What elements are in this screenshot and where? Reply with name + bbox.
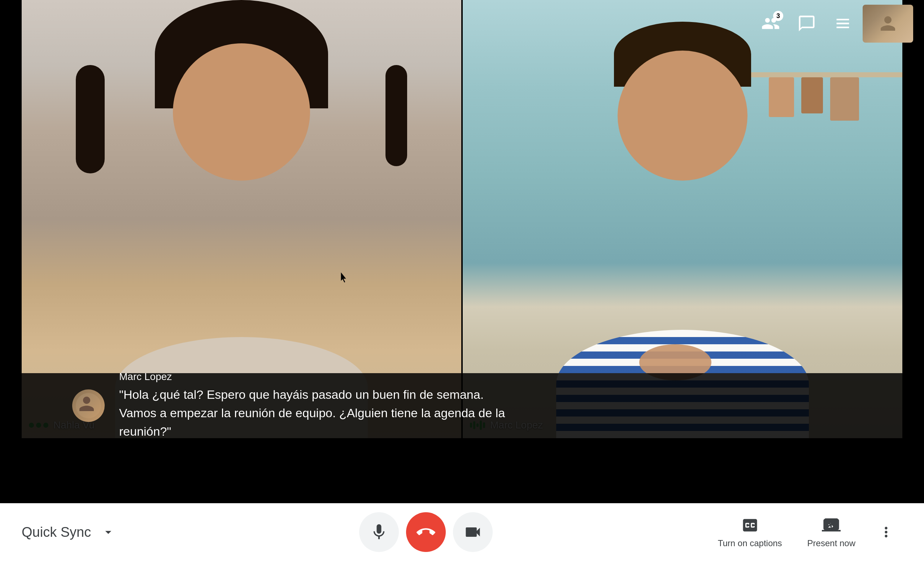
right-controls: Turn on captions Present now	[686, 510, 902, 554]
participants-button[interactable]: 3	[754, 7, 787, 40]
caption-text-block: Marc Lopez "Hola ¿qué tal? Espero que ha…	[119, 371, 505, 441]
self-view-inner	[862, 5, 913, 43]
camera-button[interactable]	[453, 512, 493, 552]
caption-area: Marc Lopez "Hola ¿qué tal? Espero que ha…	[0, 373, 924, 438]
caption-avatar-icon	[76, 393, 98, 415]
captions-icon	[741, 516, 759, 535]
self-view	[862, 5, 913, 43]
meeting-title: Quick Sync	[22, 525, 91, 540]
cursor-icon	[339, 272, 350, 283]
top-bar: 3	[744, 0, 924, 47]
expand-icon	[101, 525, 116, 539]
end-call-button[interactable]	[406, 512, 446, 552]
more-options-button[interactable]	[870, 516, 902, 548]
caption-avatar-inner	[76, 393, 101, 418]
caption-text: "Hola ¿qué tal? Espero que hayáis pasado…	[119, 385, 505, 441]
present-label: Present now	[807, 538, 855, 548]
meeting-title-area: Quick Sync	[22, 522, 166, 542]
chat-icon	[797, 14, 816, 33]
more-options-icon	[878, 524, 894, 540]
captions-label: Turn on captions	[718, 538, 782, 548]
center-controls	[359, 512, 493, 552]
camera-icon	[464, 523, 482, 541]
activities-button[interactable]	[826, 7, 859, 40]
caption-speaker: Marc Lopez	[119, 371, 505, 382]
mic-button[interactable]	[359, 512, 399, 552]
participant-count: 3	[773, 11, 783, 21]
present-button[interactable]: Present now	[796, 510, 866, 554]
mic-icon	[370, 523, 388, 541]
captions-button[interactable]: Turn on captions	[707, 510, 793, 554]
chat-button[interactable]	[790, 7, 823, 40]
activities-icon	[833, 14, 852, 33]
caption-avatar	[72, 390, 105, 422]
video-tile-right: Marc Lopez	[463, 0, 902, 438]
present-icon	[822, 516, 841, 535]
meeting-area: 3	[0, 0, 924, 503]
end-call-icon	[417, 523, 435, 541]
bottom-bar: Quick Sync Tur	[0, 503, 924, 561]
expand-button[interactable]	[98, 522, 118, 542]
self-avatar	[877, 13, 899, 34]
cursor	[339, 272, 350, 283]
